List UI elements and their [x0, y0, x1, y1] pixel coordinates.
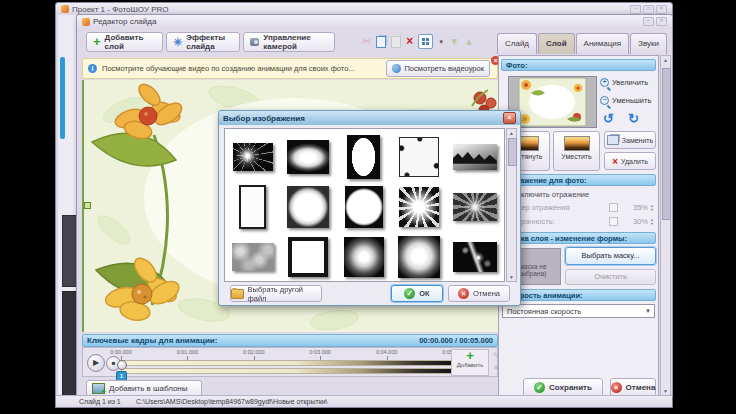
mask-thumb-mountain-gradient[interactable]	[447, 132, 503, 182]
move-up-icon[interactable]: ▲	[464, 36, 474, 47]
paste-icon[interactable]	[391, 36, 401, 48]
mask-thumb-comet[interactable]	[447, 232, 503, 282]
reflection-size-slider[interactable]	[609, 203, 618, 212]
transparency-value[interactable]: 30%	[624, 217, 648, 226]
tab-Слой[interactable]: Слой	[538, 33, 575, 54]
photo-section-header: Фото:	[501, 59, 656, 71]
maximize-button[interactable]: □	[643, 5, 654, 14]
mask-thumb-clouds[interactable]	[225, 232, 281, 282]
scroll-down-icon[interactable]: ▼	[661, 388, 670, 394]
playhead-handle[interactable]	[117, 360, 127, 370]
slide-effects-label: Эффекты слайда	[186, 33, 233, 51]
copy-icon[interactable]	[376, 36, 386, 48]
dialog-scrollbar-thumb[interactable]	[508, 138, 517, 166]
scroll-up-icon[interactable]: ▲	[507, 130, 516, 136]
transparency-spinner[interactable]: ▲▼	[650, 218, 654, 226]
slide-thumbnail[interactable]	[62, 215, 77, 287]
editor-close-button[interactable]: ×	[656, 17, 667, 26]
play-button[interactable]: ▶	[87, 354, 105, 372]
editor-minimize-button[interactable]: –	[643, 17, 654, 26]
scroll-up-icon[interactable]: ▲	[661, 57, 670, 63]
timeline: ▶ ■ 0:00.0000:01.0000:02.0000:03.0000:04…	[82, 347, 498, 377]
camera-icon	[250, 38, 259, 46]
camera-control-button[interactable]: Управление камерой	[243, 32, 335, 52]
panel-scrollbar[interactable]: ▲ ▼	[660, 55, 671, 396]
dialog-cancel-x-icon: ×	[458, 288, 469, 299]
add-layer-button[interactable]: + Добавить слой	[86, 32, 163, 52]
mask-thumb-oval[interactable]	[336, 132, 392, 182]
choose-other-file-button[interactable]: Выбрать другой файл	[230, 285, 322, 302]
mask-thumb-starburst[interactable]	[392, 182, 448, 232]
delete-icon[interactable]: ×	[406, 36, 413, 47]
editor-titlebar[interactable]: Редактор слайда – ×	[77, 15, 672, 28]
delete-photo-button[interactable]: × Удалить	[604, 152, 656, 170]
slide-effects-button[interactable]: ✳ Эффекты слайда	[166, 32, 240, 52]
dialog-cancel-label: Отмена	[473, 289, 500, 298]
dialog-scrollbar[interactable]: ▲ ▼	[506, 128, 517, 282]
cancel-label: Отмена	[626, 383, 656, 392]
scroll-down-icon[interactable]: ▼	[507, 274, 516, 280]
mask-thumb-ray-burst[interactable]	[447, 182, 503, 232]
status-bar: Слайд 1 из 1 C:\Users\AMS\Desktop\temp84…	[56, 395, 672, 407]
rotate-cw-icon[interactable]: ↻	[628, 113, 639, 125]
mask-thumb-ragged-square[interactable]	[281, 182, 337, 232]
fit-label: Уместить	[561, 153, 591, 160]
reflection-section-header: Отражение для фото:	[501, 174, 656, 186]
panel-scrollbar-thumb[interactable]	[662, 68, 671, 220]
tick-label: 0:01.000	[177, 349, 198, 355]
replace-button[interactable]: Заменить	[604, 131, 656, 149]
ok-button[interactable]: ✓ ОК	[391, 285, 443, 302]
timeline-ruler[interactable]: 0:00.0000:01.0000:02.0000:03.0000:04.000…	[121, 349, 454, 376]
reflection-size-value[interactable]: 35%	[624, 203, 648, 212]
slide-list-scrollbar[interactable]	[60, 57, 65, 139]
watch-video-button[interactable]: Посмотреть видеоурок	[386, 60, 490, 77]
comet-mask-image	[453, 242, 497, 272]
add-keyframe-button[interactable]: + Добавить	[451, 349, 489, 376]
reflection-size-row: Размер отражения: 35% ▲▼	[504, 203, 654, 212]
mask-thumb-tall-frame[interactable]	[225, 182, 281, 232]
move-down-icon[interactable]: ▼	[449, 36, 459, 47]
mask-thumb-soft-glow-large[interactable]	[392, 232, 448, 282]
mask-thumb-soft-blob[interactable]	[281, 132, 337, 182]
zoom-in-icon: +	[600, 78, 609, 87]
dialog-titlebar[interactable]: Выбор изображения ×	[219, 111, 520, 125]
layer-selection-handle[interactable]	[84, 202, 91, 209]
dialog-cancel-button[interactable]: × Отмена	[448, 285, 510, 302]
main-window-title: Проект 1 - ФотоШОУ PRO	[72, 5, 169, 14]
close-button[interactable]: ×	[656, 5, 667, 14]
dialog-close-icon[interactable]: ×	[503, 112, 516, 124]
grid-dropdown-caret-icon[interactable]: ▼	[438, 39, 444, 45]
mask-thumb-torn-paper[interactable]	[392, 132, 448, 182]
tab-Звуки[interactable]: Звуки	[630, 33, 667, 54]
reflection-size-spinner[interactable]: ▲▼	[650, 204, 654, 212]
transparency-slider[interactable]	[609, 217, 618, 226]
timeline-track-bottom[interactable]	[121, 368, 454, 374]
layout-grid-icon[interactable]	[418, 34, 433, 49]
animation-speed-select[interactable]: Постоянная скорость ▼	[502, 304, 655, 318]
square-frame-mask-image	[288, 237, 328, 277]
tick-label: 0:00.000	[110, 349, 131, 355]
photo-preview[interactable]	[508, 76, 597, 128]
cut-icon[interactable]: ✂	[362, 36, 371, 47]
add-to-templates-label: Добавить в шаблоны	[109, 384, 188, 393]
timeline-track-top[interactable]	[121, 360, 454, 366]
zoom-out-button[interactable]: − Уменьшить	[600, 96, 651, 105]
zoom-in-button[interactable]: + Увеличить	[600, 78, 648, 87]
file-path: C:\Users\AMS\Desktop\temp84967w89gydf\Но…	[136, 398, 328, 405]
mountain-gradient-mask-image	[453, 144, 497, 170]
minimize-button[interactable]: –	[630, 5, 641, 14]
fit-button[interactable]: Уместить	[553, 131, 600, 171]
choose-mask-button[interactable]: Выбрать маску...	[565, 247, 656, 265]
tab-Слайд[interactable]: Слайд	[497, 33, 537, 54]
mask-thumb-soft-glow[interactable]	[336, 232, 392, 282]
tab-Анимация[interactable]: Анимация	[576, 33, 630, 54]
clear-mask-button[interactable]: Очистить	[565, 269, 656, 285]
rotate-ccw-icon[interactable]: ↺	[603, 113, 614, 125]
mask-thumb-circle[interactable]	[336, 182, 392, 232]
mask-thumb-lens-flare[interactable]	[225, 132, 281, 182]
slide-thumbnail[interactable]	[62, 291, 77, 403]
delete-label: Удалить	[621, 158, 648, 165]
mask-list-area	[224, 128, 505, 282]
template-image-icon	[92, 383, 105, 394]
mask-thumb-square-frame[interactable]	[281, 232, 337, 282]
